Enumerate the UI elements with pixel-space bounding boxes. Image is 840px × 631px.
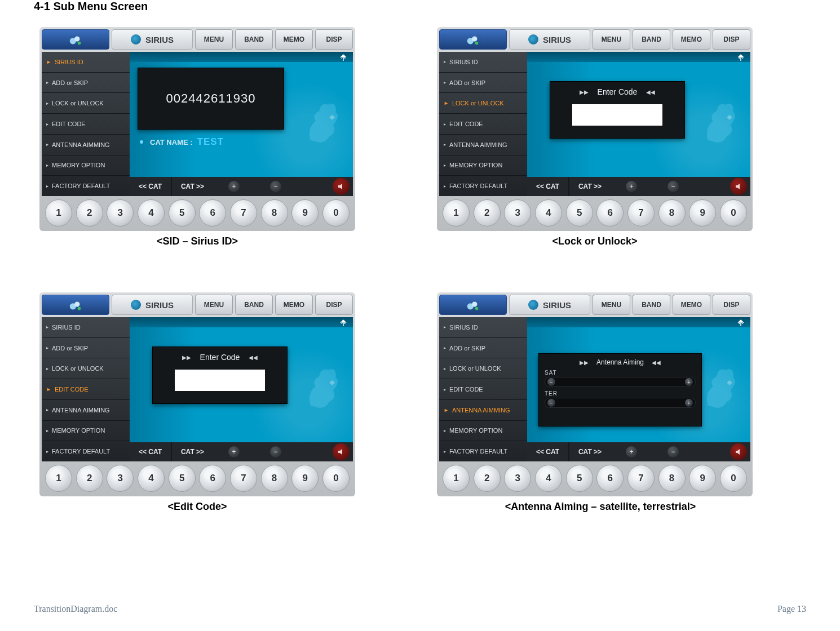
cat-prev-button[interactable]: << CAT [130,442,171,461]
menu-item-lock-or-unlock[interactable]: ▸LOCK or UNLOCK [439,358,527,379]
menu-item-factory-default[interactable]: ▸FACTORY DEFAULT [42,441,130,461]
menu-item-antenna-aimming[interactable]: ▸ANTENNA AIMMING [42,400,130,421]
menu-item-memory-option[interactable]: ▸MEMORY OPTION [42,155,130,176]
band-button[interactable]: BAND [235,295,273,315]
menu-item-lock-or-unlock[interactable]: ►LOCK or UNLOCK [439,93,527,114]
cat-prev-button[interactable]: << CAT [527,177,569,196]
menu-item-memory-option[interactable]: ▸MEMORY OPTION [439,421,527,442]
menu-item-factory-default[interactable]: ▸FACTORY DEFAULT [439,441,527,461]
num-button-3[interactable]: 3 [504,199,531,226]
prev-code-icon[interactable]: ▶▶ [580,89,589,95]
plus-icon[interactable]: + [685,378,693,386]
next-icon[interactable]: ◀◀ [652,359,661,366]
menu-item-sirius-id[interactable]: ▸SIRIUS ID [439,317,527,338]
menu-item-memory-option[interactable]: ▸MEMORY OPTION [439,155,527,176]
plus-icon[interactable]: + [685,399,693,407]
menu-button[interactable]: MENU [195,295,233,315]
num-button-1[interactable]: 1 [443,199,470,226]
cat-next-button[interactable]: CAT >> [569,177,611,196]
band-button[interactable]: BAND [633,295,670,315]
num-button-9[interactable]: 9 [291,465,319,492]
menu-item-edit-code[interactable]: ▸EDIT CODE [439,114,527,135]
menu-button[interactable]: MENU [593,29,630,50]
num-button-7[interactable]: 7 [230,465,257,492]
num-button-6[interactable]: 6 [596,465,624,492]
menu-button[interactable]: MENU [195,29,233,50]
num-button-5[interactable]: 5 [169,199,196,226]
menu-item-add-or-skip[interactable]: ▸ADD or SKIP [42,73,130,94]
num-button-9[interactable]: 9 [291,199,319,226]
memo-button[interactable]: MEMO [673,295,710,315]
vol-down-button[interactable]: − [255,442,297,461]
sirius-tab[interactable]: SIRIUS [509,29,590,50]
memo-button[interactable]: MEMO [275,295,313,315]
home-button[interactable] [439,29,507,50]
code-input[interactable] [175,370,265,391]
num-button-6[interactable]: 6 [199,465,226,492]
vol-up-button[interactable]: + [213,177,255,196]
cat-next-button[interactable]: CAT >> [171,442,213,461]
num-button-8[interactable]: 8 [261,199,288,226]
menu-item-lock-or-unlock[interactable]: ▸LOCK or UNLOCK [42,358,130,379]
menu-item-antenna-aimming[interactable]: ▸ANTENNA AIMMING [42,135,130,155]
num-button-3[interactable]: 3 [504,465,531,492]
num-button-5[interactable]: 5 [566,199,593,226]
cat-prev-button[interactable]: << CAT [527,442,569,461]
prev-icon[interactable]: ▶▶ [580,359,589,366]
mute-button[interactable] [730,178,747,195]
num-button-4[interactable]: 4 [535,199,562,226]
num-button-2[interactable]: 2 [76,199,103,226]
num-button-4[interactable]: 4 [535,465,562,492]
num-button-5[interactable]: 5 [169,465,196,492]
disp-button[interactable]: DISP [713,295,750,315]
band-button[interactable]: BAND [633,29,670,50]
minus-icon[interactable]: − [547,399,555,407]
num-button-9[interactable]: 9 [689,465,716,492]
num-button-3[interactable]: 3 [107,199,134,226]
cat-prev-button[interactable]: << CAT [130,177,171,196]
cat-next-button[interactable]: CAT >> [569,442,611,461]
menu-item-memory-option[interactable]: ▸MEMORY OPTION [42,421,130,442]
mute-button[interactable] [333,443,350,460]
mute-button[interactable] [333,178,350,195]
mute-button[interactable] [730,443,747,460]
menu-item-add-or-skip[interactable]: ▸ADD or SKIP [439,338,527,359]
memo-button[interactable]: MEMO [275,29,313,50]
num-button-0[interactable]: 0 [322,465,350,492]
menu-item-antenna-aimming[interactable]: ▸ANTENNA AIMMING [439,135,527,155]
num-button-7[interactable]: 7 [230,199,257,226]
num-button-7[interactable]: 7 [627,465,655,492]
menu-item-sirius-id[interactable]: ►SIRIUS ID [42,52,130,73]
code-input[interactable] [572,104,662,126]
num-button-8[interactable]: 8 [658,465,686,492]
minus-icon[interactable]: − [547,378,555,386]
num-button-0[interactable]: 0 [322,199,350,226]
menu-item-sirius-id[interactable]: ▸SIRIUS ID [439,52,527,73]
menu-item-antenna-aimming[interactable]: ►ANTENNA AIMMING [439,400,527,421]
num-button-6[interactable]: 6 [199,199,226,226]
num-button-1[interactable]: 1 [45,199,72,226]
num-button-2[interactable]: 2 [474,199,501,226]
num-button-2[interactable]: 2 [76,465,103,492]
home-button[interactable] [42,295,109,315]
vol-up-button[interactable]: + [611,177,652,196]
prev-code-icon[interactable]: ▶▶ [182,354,191,361]
sirius-tab[interactable]: SIRIUS [509,295,590,315]
band-button[interactable]: BAND [235,29,273,50]
num-button-8[interactable]: 8 [658,199,686,226]
menu-item-edit-code[interactable]: ▸EDIT CODE [439,379,527,400]
menu-item-sirius-id[interactable]: ▸SIRIUS ID [42,317,130,338]
cat-next-button[interactable]: CAT >> [171,177,213,196]
menu-item-edit-code[interactable]: ►EDIT CODE [42,379,130,400]
vol-down-button[interactable]: − [652,177,694,196]
next-code-icon[interactable]: ◀◀ [646,89,655,95]
next-code-icon[interactable]: ◀◀ [249,354,258,361]
num-button-7[interactable]: 7 [627,199,655,226]
num-button-9[interactable]: 9 [689,199,716,226]
vol-up-button[interactable]: + [213,442,255,461]
vol-up-button[interactable]: + [611,442,652,461]
home-button[interactable] [439,295,507,315]
home-button[interactable] [42,29,109,50]
num-button-2[interactable]: 2 [474,465,501,492]
vol-down-button[interactable]: − [255,177,297,196]
